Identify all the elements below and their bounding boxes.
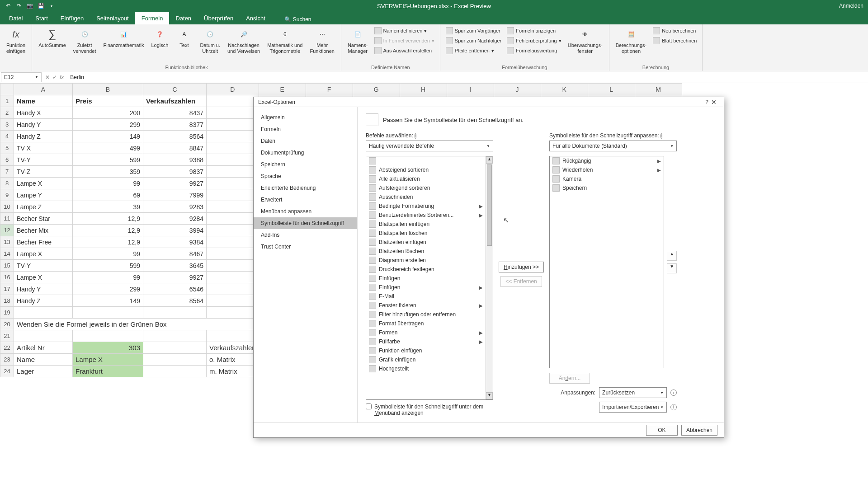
dialog-nav-item[interactable]: Symbolleiste für den Schnellzugriff (254, 217, 357, 229)
cell[interactable]: 9927 (143, 272, 207, 283)
reset-combo[interactable]: Zurücksetzen▼ (599, 387, 667, 398)
cell[interactable]: 12,9 (73, 213, 143, 225)
list-item[interactable]: Aufsteigend sortieren (366, 183, 486, 192)
dialog-nav-item[interactable]: Erleichterte Bedienung (254, 182, 357, 194)
cell[interactable]: 9283 (143, 201, 207, 213)
cell[interactable]: Handy Z (14, 131, 73, 142)
cancel-button[interactable]: Abbrechen (681, 425, 717, 436)
list-item[interactable]: Bedingte Formatierung▶ (366, 202, 486, 211)
row-header[interactable]: 21 (0, 330, 14, 342)
list-item[interactable]: Füllfarbe▶ (366, 337, 486, 346)
cell[interactable]: o. Matrix (207, 354, 259, 366)
row-header[interactable]: 18 (0, 295, 14, 307)
tab-datei[interactable]: Datei (3, 12, 29, 24)
list-item[interactable]: Hochgestellt (366, 364, 486, 373)
cell[interactable]: Verkaufszahlen (143, 95, 207, 107)
list-item[interactable]: Ausschneiden (366, 192, 486, 202)
cell[interactable]: TV-Y (14, 260, 73, 272)
trace-dependents-button[interactable]: Spur zum Nachfolger (444, 36, 503, 45)
col-header[interactable]: F (306, 84, 353, 95)
cell[interactable]: Lampe Z (14, 201, 73, 213)
commands-list[interactable]: Absteigend sortierenAlle aktualisierenAu… (366, 156, 493, 400)
cell[interactable]: Lager (14, 366, 73, 377)
cell[interactable]: Lampe X (73, 354, 143, 366)
row-header[interactable]: 20 (0, 319, 14, 330)
recent-button[interactable]: 🕓Zuletzt verwendet (71, 26, 99, 57)
math-button[interactable]: θMathematik und Trigonometrie (264, 26, 305, 57)
cell[interactable]: 99 (73, 272, 143, 283)
dialog-nav-item[interactable]: Daten (254, 135, 357, 147)
row-header[interactable]: 5 (0, 142, 14, 154)
move-up-button[interactable]: ▲ (667, 251, 677, 261)
row-header[interactable]: 22 (0, 342, 14, 354)
fx-icon[interactable]: fx (60, 74, 64, 80)
autosum-button[interactable]: ∑AutoSumme (36, 26, 69, 51)
list-item[interactable]: Blattspalten löschen (366, 229, 486, 238)
signin-link[interactable]: Anmelden (839, 3, 868, 9)
cell[interactable]: Name (14, 95, 73, 107)
list-item[interactable]: Einfügen (366, 274, 486, 283)
row-header[interactable]: 14 (0, 248, 14, 260)
import-export-combo[interactable]: Importieren/Exportieren▼ (599, 402, 667, 413)
cell[interactable]: 499 (73, 142, 143, 154)
list-item[interactable]: Filter hinzufügen oder entfernen (366, 310, 486, 319)
cell[interactable]: Handy X (14, 107, 73, 119)
list-item[interactable]: Fenster fixieren▶ (366, 301, 486, 310)
cell[interactable]: Frankfurt (73, 366, 143, 377)
row-header[interactable]: 13 (0, 236, 14, 248)
calc-now-button[interactable]: Neu berechnen (651, 26, 698, 35)
info-icon[interactable]: i (415, 133, 416, 139)
col-header[interactable]: I (447, 84, 494, 95)
dialog-nav-item[interactable]: Sprache (254, 170, 357, 182)
cell[interactable]: 12,9 (73, 225, 143, 236)
tell-me-search[interactable]: 🔍 Suchen (281, 14, 315, 24)
cell[interactable]: 12,9 (73, 236, 143, 248)
logical-button[interactable]: ❓Logisch (148, 26, 171, 51)
list-item[interactable]: Kamera (550, 174, 664, 183)
cell[interactable]: 149 (73, 295, 143, 307)
cell[interactable]: Handy Z (14, 295, 73, 307)
cell[interactable]: Lampe X (14, 272, 73, 283)
move-down-button[interactable]: ▼ (667, 263, 677, 273)
calc-sheet-button[interactable]: Blatt berechnen (651, 36, 698, 45)
cell[interactable]: Becher Free (14, 236, 73, 248)
cell[interactable]: 99 (73, 178, 143, 189)
row-header[interactable]: 12 (0, 225, 14, 236)
cell[interactable]: Name (14, 354, 73, 366)
cell[interactable]: 299 (73, 119, 143, 131)
show-below-ribbon-checkbox[interactable] (366, 404, 372, 409)
datetime-button[interactable]: 🕒Datum u. Uhrzeit (197, 26, 223, 57)
add-button[interactable]: Hinzufügen >> (499, 262, 544, 272)
row-header[interactable]: 17 (0, 283, 14, 295)
cell[interactable]: 9388 (143, 154, 207, 166)
cell[interactable]: 599 (73, 260, 143, 272)
list-item[interactable]: E-Mail (366, 292, 486, 301)
financial-button[interactable]: 📊Finanzmathematik (101, 26, 147, 51)
create-from-selection-button[interactable]: Aus Auswahl erstellen (373, 46, 436, 55)
row-header[interactable]: 3 (0, 119, 14, 131)
accept-formula-icon[interactable]: ✓ (52, 74, 57, 80)
col-header[interactable]: K (541, 84, 588, 95)
tab-seitenlayout[interactable]: Seitenlayout (90, 12, 135, 24)
cell[interactable]: Handy Y (14, 283, 73, 295)
info-icon[interactable]: i (670, 404, 677, 410)
watch-window-button[interactable]: 👁Überwachungs- fenster (565, 26, 605, 57)
select-all-corner[interactable] (0, 84, 14, 95)
text-button[interactable]: AText (173, 26, 195, 51)
tab-ueberpruefen[interactable]: Überprüfen (198, 12, 240, 24)
scope-combo[interactable]: Für alle Dokumente (Standard) ▼ (549, 141, 677, 151)
cell[interactable]: Lampe X (14, 248, 73, 260)
calc-options-button[interactable]: 🧮Berechnungs- optionen (613, 26, 650, 57)
qat-list[interactable]: Rückgängig▶Wiederholen▶KameraSpeichern (549, 156, 664, 368)
dialog-nav-item[interactable]: Erweitert (254, 194, 357, 206)
col-header[interactable]: B (73, 84, 143, 95)
tab-einfuegen[interactable]: Einfügen (54, 12, 90, 24)
cell[interactable]: 8564 (143, 131, 207, 142)
cell[interactable]: 9284 (143, 213, 207, 225)
tab-ansicht[interactable]: Ansicht (240, 12, 272, 24)
show-formulas-button[interactable]: Formeln anzeigen (505, 26, 563, 35)
col-header[interactable]: C (143, 84, 207, 95)
insert-function-button[interactable]: fx Funktion einfügen (4, 26, 28, 57)
name-manager-button[interactable]: 📄Namens- Manager (345, 26, 371, 57)
list-item[interactable] (366, 156, 486, 165)
